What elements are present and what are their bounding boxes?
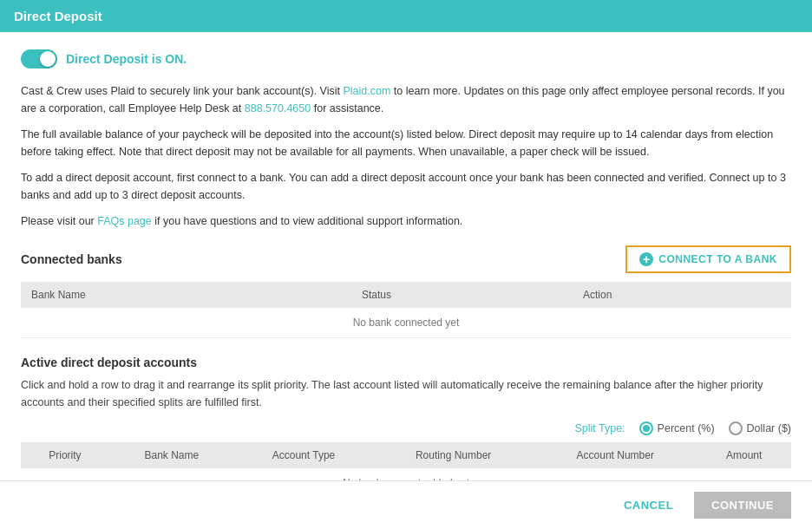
- col-action: Action: [573, 282, 791, 308]
- connected-banks-title: Connected banks: [21, 252, 122, 266]
- col-routing-number: Routing Number: [373, 442, 534, 468]
- dollar-label: Dollar ($): [747, 422, 791, 434]
- col-status: Status: [351, 282, 573, 308]
- connect-btn-label: CONNECT TO A BANK: [658, 253, 777, 265]
- modal-title: Direct Deposit: [14, 9, 102, 23]
- col-deposit-bank-name: Bank Name: [109, 442, 234, 468]
- connected-banks-header-row-table: Bank Name Status Action: [21, 282, 791, 308]
- connected-banks-table: Bank Name Status Action No bank connecte…: [21, 282, 791, 338]
- modal-header: Direct Deposit: [0, 0, 812, 32]
- plaid-link[interactable]: Plaid.com: [343, 85, 390, 97]
- deposit-table-header-row: Priority Bank Name Account Type Routing …: [21, 442, 791, 468]
- info-paragraph-2: The full available balance of your paych…: [21, 126, 791, 160]
- dollar-option[interactable]: Dollar ($): [729, 421, 791, 435]
- col-priority: Priority: [21, 442, 109, 468]
- toggle-label: Direct Deposit is ON.: [66, 52, 187, 66]
- direct-deposit-modal: Direct Deposit Direct Deposit is ON. Cas…: [0, 0, 812, 529]
- info-paragraph-3: To add a direct deposit account, first c…: [21, 169, 791, 204]
- dollar-radio[interactable]: [729, 421, 743, 435]
- col-account-number: Account Number: [534, 442, 697, 468]
- split-type-row: Split Type: Percent (%) Dollar ($): [21, 421, 791, 435]
- no-account-message: No bank account added yet: [21, 468, 791, 480]
- cancel-button[interactable]: CANCEL: [613, 493, 684, 517]
- faqs-link[interactable]: FAQs page: [97, 215, 152, 227]
- no-bank-message: No bank connected yet: [21, 308, 791, 338]
- info-paragraph-4: Please visit our FAQs page if you have q…: [21, 212, 791, 230]
- percent-option[interactable]: Percent (%): [639, 421, 715, 435]
- modal-body: Direct Deposit is ON. Cast & Crew uses P…: [0, 32, 812, 480]
- info-paragraph-1: Cast & Crew uses Plaid to securely link …: [21, 82, 791, 117]
- no-bank-row: No bank connected yet: [21, 308, 791, 338]
- toggle-row: Direct Deposit is ON.: [21, 49, 791, 69]
- phone-link[interactable]: 888.570.4650: [245, 102, 311, 114]
- col-bank-name: Bank Name: [21, 282, 351, 308]
- active-deposits-title: Active direct deposit accounts: [21, 356, 791, 369]
- connected-banks-header-row: Connected banks + CONNECT TO A BANK: [21, 245, 791, 273]
- no-account-row: No bank account added yet: [21, 468, 791, 480]
- connect-to-bank-button[interactable]: + CONNECT TO A BANK: [625, 245, 791, 273]
- col-account-type: Account Type: [234, 442, 373, 468]
- percent-label: Percent (%): [658, 422, 715, 434]
- modal-footer: CANCEL CONTINUE: [0, 480, 812, 529]
- deposit-accounts-table: Priority Bank Name Account Type Routing …: [21, 442, 791, 480]
- percent-radio[interactable]: [639, 421, 653, 435]
- split-type-label: Split Type:: [574, 422, 625, 434]
- plus-icon: +: [639, 252, 653, 266]
- direct-deposit-toggle[interactable]: [21, 49, 57, 69]
- active-deposits-section: Active direct deposit accounts Click and…: [21, 356, 791, 480]
- col-amount: Amount: [697, 442, 791, 468]
- continue-button[interactable]: CONTINUE: [694, 492, 791, 519]
- active-deposits-desc: Click and hold a row to drag it and rear…: [21, 376, 791, 411]
